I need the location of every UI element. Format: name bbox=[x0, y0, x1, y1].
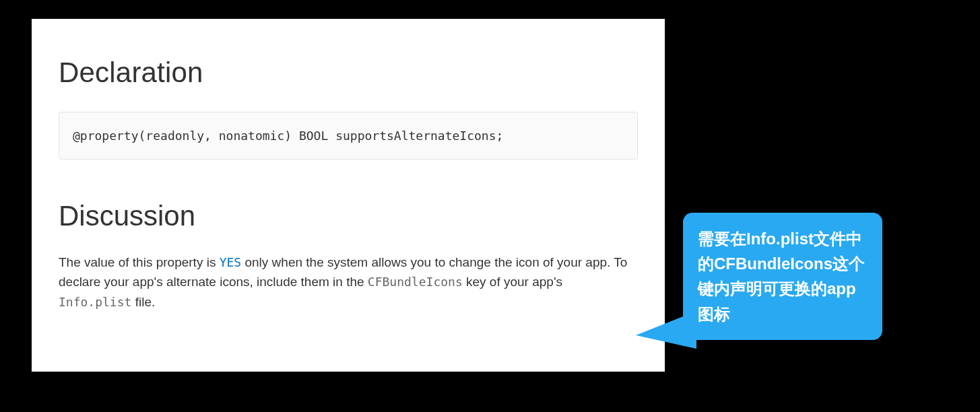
discussion-text-end: file. bbox=[131, 295, 155, 309]
discussion-paragraph: The value of this property is YES only w… bbox=[59, 252, 638, 312]
declaration-code-block: @property(readonly, nonatomic) BOOL supp… bbox=[59, 112, 638, 160]
discussion-text-mid2: key of your app's bbox=[463, 275, 562, 289]
inline-code-cfbundleicons: CFBundleIcons bbox=[368, 275, 463, 289]
declaration-heading: Declaration bbox=[59, 57, 638, 89]
discussion-text-pre: The value of this property is bbox=[59, 255, 220, 269]
declaration-code: @property(readonly, nonatomic) BOOL supp… bbox=[73, 129, 503, 143]
annotation-callout: 需要在Info.plist文件中的CFBundleIcons这个键内声明可更换的… bbox=[683, 213, 882, 340]
discussion-heading: Discussion bbox=[59, 200, 638, 232]
inline-code-infoplist: Info.plist bbox=[59, 295, 131, 309]
documentation-panel: Declaration @property(readonly, nonatomi… bbox=[32, 19, 665, 372]
inline-constant-yes: YES bbox=[220, 255, 242, 269]
